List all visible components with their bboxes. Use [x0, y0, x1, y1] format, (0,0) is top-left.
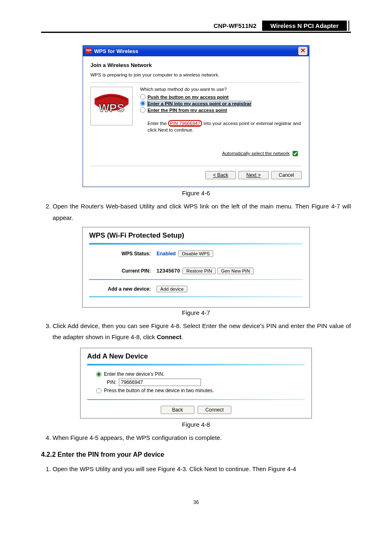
option-press-button-label: Press the button of the new device in tw…	[104, 388, 214, 393]
current-pin-row: Current PIN: 12345670 Restore PIN Gen Ne…	[89, 268, 303, 274]
wps-logo: WPS	[90, 87, 133, 125]
blue-divider-thin2	[89, 296, 303, 297]
panel3-button-row: Back Connect	[87, 406, 305, 414]
option-push-button-label[interactable]: Push the button on my access point	[148, 95, 228, 99]
pin-pre: Enter the	[148, 121, 168, 126]
disable-wps-button[interactable]: Disable WPS	[178, 250, 214, 257]
gen-new-pin-button[interactable]: Gen New PIN	[217, 268, 254, 274]
current-pin-label: Current PIN:	[89, 268, 157, 274]
wps-status-label: WPS Status:	[89, 251, 157, 257]
dialog-title: WPS for Wireless	[94, 48, 138, 54]
step-3-period: .	[181, 333, 183, 340]
step-s1-text: Open the WPS Utility and you will see Fi…	[53, 465, 296, 472]
back-button[interactable]: < Back	[205, 171, 236, 179]
wps-title-icon	[85, 48, 92, 54]
option-press-button[interactable]: Press the button of the new device in tw…	[96, 388, 305, 393]
svg-text:WPS: WPS	[99, 102, 125, 114]
page-number: 36	[41, 500, 351, 505]
add-device-row: Add a new device: Add device	[89, 286, 303, 292]
back-button-p3[interactable]: Back	[161, 406, 194, 414]
cancel-button[interactable]: Cancel	[271, 171, 302, 179]
radio-enter-pin-from-ap[interactable]	[140, 107, 145, 113]
dialog-button-row: < Back Next > Cancel	[90, 166, 302, 183]
figure-caption-46: Figure 4-6	[41, 190, 351, 197]
wps-panel-title: WPS (Wi-Fi Protected Setup)	[89, 231, 303, 240]
restore-pin-button[interactable]: Restore PIN	[182, 268, 216, 274]
auto-select-checkbox[interactable]	[293, 151, 298, 156]
wps-status-value: Enabled	[157, 251, 176, 257]
radio-press-button[interactable]	[96, 388, 101, 393]
blue-divider-thin	[89, 279, 303, 280]
step-3-connect: Connect	[157, 333, 181, 340]
option-push-button[interactable]: Push the button on my access point	[140, 94, 302, 99]
dialog-titlebar: WPS for Wireless ✕	[83, 46, 309, 56]
option-enter-pin-from-ap[interactable]: Enter the PIN from my access point	[140, 107, 302, 113]
option-enter-pin-from-ap-label[interactable]: Enter the PIN from my access point	[148, 108, 227, 113]
option-enter-pin-ap[interactable]: Enter a PIN into my access point or a re…	[140, 101, 302, 106]
wps-wizard-dialog: WPS for Wireless ✕ Join a Wireless Netwo…	[83, 45, 309, 187]
header-divider	[348, 21, 349, 31]
page-header: CNP-WF511N2 Wireless N PCI Adapter	[41, 21, 351, 33]
step-2: Open the Router's Web-based Utility and …	[53, 201, 351, 224]
radio-push-button[interactable]	[140, 94, 145, 99]
option-enter-device-pin[interactable]: Enter the new device's PIN.	[96, 371, 305, 377]
step-4: When Figure 4-5 appears, the WPS configu…	[53, 432, 351, 444]
figure-caption-47: Figure 4-7	[41, 309, 351, 316]
dialog-subtext: WPS is preparing to join your computer t…	[90, 72, 302, 77]
step-2-text: Open the Router's Web-based Utility and …	[53, 203, 351, 221]
pin-input-row: PIN:	[107, 379, 305, 386]
connect-button[interactable]: Connect	[198, 406, 231, 414]
add-device-button[interactable]: Add device	[157, 286, 187, 292]
close-icon[interactable]: ✕	[298, 47, 307, 55]
auto-select-label: Automatically select the network	[222, 151, 290, 156]
blue-divider-p3	[87, 364, 305, 365]
divider	[90, 82, 302, 83]
header-product: Wireless N PCI Adapter	[262, 21, 347, 31]
header-model: CNP-WF511N2	[208, 21, 262, 31]
option-enter-pin-ap-label[interactable]: Enter a PIN into my access point or a re…	[148, 101, 251, 106]
blue-divider-p3-thin	[87, 399, 305, 400]
step-4-text: When Figure 4-5 appears, the WPS configu…	[53, 434, 222, 441]
step-3-text: Click Add device, then you can see Figur…	[53, 322, 351, 341]
current-pin-value: 12345670	[157, 268, 180, 274]
pin-input-label: PIN:	[107, 379, 116, 385]
radio-enter-pin-ap[interactable]	[140, 101, 145, 106]
add-device-label: Add a new device:	[89, 286, 157, 292]
wps-setup-panel: WPS (Wi-Fi Protected Setup) WPS Status: …	[82, 227, 310, 308]
option-enter-device-pin-label: Enter the new device's PIN.	[104, 371, 164, 377]
pin-instruction: Enter the PIN 79666947 into your access …	[148, 120, 302, 133]
radio-enter-device-pin[interactable]	[96, 372, 101, 377]
auto-select-row[interactable]: Automatically select the network	[90, 150, 299, 157]
figure-caption-48: Figure 4-8	[41, 421, 351, 428]
section-heading: 4.2.2 Enter the PIN from your AP device	[41, 451, 351, 458]
step-s1: Open the WPS Utility and you will see Fi…	[53, 463, 351, 475]
pin-input[interactable]	[119, 379, 201, 386]
add-device-title: Add A New Device	[87, 352, 305, 361]
wps-status-row: WPS Status: Enabled Disable WPS	[89, 250, 303, 257]
add-new-device-panel: Add A New Device Enter the new device's …	[80, 348, 312, 419]
next-button[interactable]: Next >	[238, 171, 269, 179]
blue-divider	[89, 243, 303, 245]
step-3: Click Add device, then you can see Figur…	[53, 320, 351, 343]
pin-highlight: PIN 79666947	[168, 120, 203, 127]
dialog-heading: Join a Wireless Network	[90, 62, 302, 68]
setup-question: Which setup method do you want to use?	[140, 87, 302, 92]
